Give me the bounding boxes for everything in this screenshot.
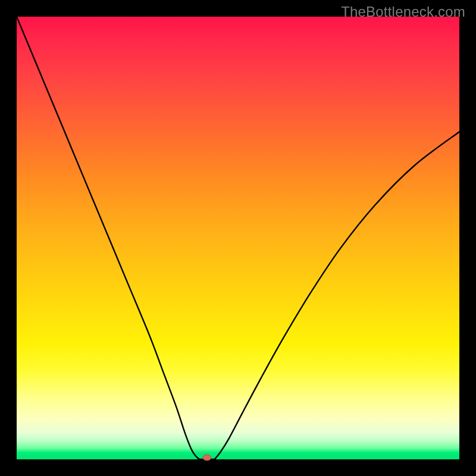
optimum-marker — [203, 455, 211, 461]
bottleneck-curve — [17, 17, 459, 460]
watermark-text: TheBottleneck.com — [341, 4, 465, 20]
plot-area — [17, 17, 459, 459]
chart-frame: TheBottleneck.com — [0, 0, 476, 476]
chart-svg — [17, 17, 459, 459]
